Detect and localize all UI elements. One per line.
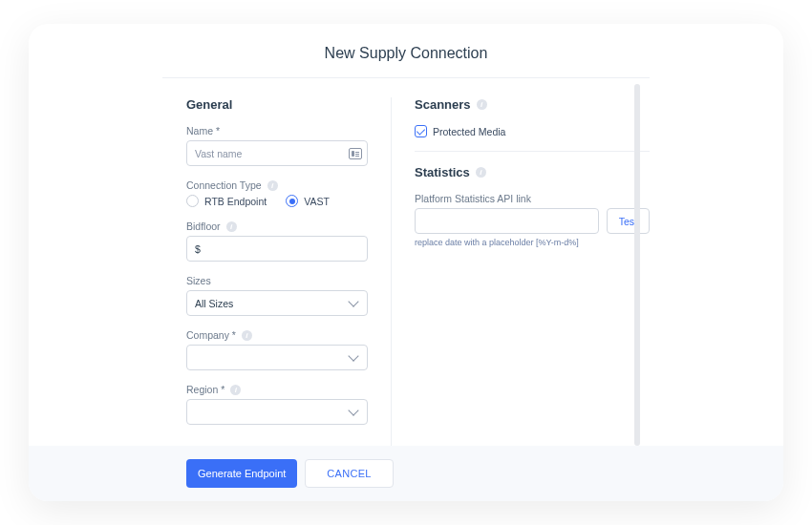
scrollbar[interactable] (634, 84, 640, 446)
field-bidfloor: Bidfloor (186, 220, 368, 262)
field-company: Company * (186, 329, 368, 370)
bidfloor-label: Bidfloor (186, 220, 368, 232)
dialog-content: General Name * Connection Type RTB Endpo… (29, 78, 783, 446)
region-label: Region * (186, 384, 368, 395)
chevron-down-icon (348, 350, 358, 361)
name-label: Name * (186, 125, 368, 136)
radio-label: RTB Endpoint (204, 196, 267, 207)
sizes-value: All Sizes (195, 298, 233, 309)
info-icon[interactable] (230, 385, 241, 395)
field-connection-type: Connection Type RTB Endpoint VAST (186, 179, 368, 207)
name-input[interactable] (186, 140, 368, 166)
scanners-heading-text: Scanners (415, 97, 471, 112)
field-sizes: Sizes All Sizes (186, 275, 368, 316)
info-icon[interactable] (226, 221, 237, 232)
company-label: Company * (186, 329, 368, 341)
bidfloor-input[interactable] (186, 236, 368, 262)
company-select[interactable] (186, 345, 368, 370)
general-heading: General (186, 97, 368, 112)
right-column: Scanners Protected Media Statistics Plat… (392, 97, 650, 446)
contact-card-icon (349, 148, 362, 159)
api-hint: replace date with a placeholder [%Y-m-d%… (415, 238, 650, 247)
info-icon[interactable] (476, 167, 486, 178)
company-label-text: Company * (186, 329, 236, 341)
test-button[interactable]: Test (607, 208, 650, 234)
generate-endpoint-button[interactable]: Generate Endpoint (186, 459, 297, 488)
dialog-footer: Generate Endpoint CANCEL (29, 446, 783, 501)
radio-dot-icon (186, 195, 199, 207)
connection-type-label: Connection Type (186, 179, 368, 191)
region-select[interactable] (186, 399, 368, 425)
dialog-new-supply-connection: New Supply Connection General Name * Con… (29, 24, 783, 501)
radio-dot-icon (286, 195, 298, 207)
api-link-input[interactable] (415, 208, 599, 234)
statistics-heading: Statistics (415, 165, 650, 179)
radio-vast[interactable]: VAST (286, 195, 330, 207)
radio-label: VAST (304, 196, 330, 207)
section-general: General Name * Connection Type RTB Endpo… (186, 97, 392, 446)
checkbox-protected-media[interactable]: Protected Media (415, 125, 650, 137)
checkbox-label: Protected Media (433, 126, 505, 137)
bidfloor-label-text: Bidfloor (186, 220, 221, 232)
sizes-select[interactable]: All Sizes (186, 290, 368, 316)
dialog-title: New Supply Connection (29, 45, 783, 62)
info-icon[interactable] (242, 330, 252, 341)
radio-rtb-endpoint[interactable]: RTB Endpoint (186, 195, 267, 207)
cancel-button[interactable]: CANCEL (305, 459, 393, 488)
connection-type-label-text: Connection Type (186, 179, 262, 191)
info-icon[interactable] (267, 180, 278, 191)
info-icon[interactable] (477, 99, 487, 110)
sizes-label: Sizes (186, 275, 368, 286)
scanners-heading: Scanners (415, 97, 650, 112)
checkbox-icon (415, 125, 427, 137)
statistics-heading-text: Statistics (415, 165, 470, 179)
chevron-down-icon (348, 405, 358, 415)
api-link-label: Platform Statistics API link (415, 193, 650, 204)
section-statistics: Statistics Platform Statistics API link … (415, 165, 650, 247)
field-name: Name * (186, 125, 368, 166)
region-label-text: Region * (186, 384, 224, 395)
section-scanners: Scanners Protected Media (415, 97, 650, 152)
field-region: Region * (186, 384, 368, 425)
chevron-down-icon (348, 296, 358, 306)
